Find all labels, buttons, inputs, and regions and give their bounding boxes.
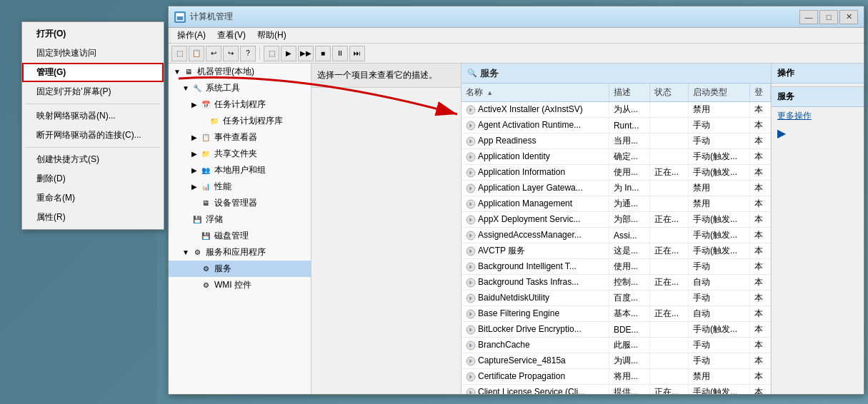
service-table[interactable]: 名称 ▲ 描述 状态 启动类型 登 ActiveX Installer (AxI… [462,84,771,394]
tree-disk-mgmt[interactable]: 💾 磁盘管理 [169,228,311,244]
context-menu-rename[interactable]: 重命名(M) [22,188,164,208]
service-icon [466,261,478,271]
cell-status [650,369,689,385]
table-row[interactable]: App Readiness 当用... 手动 本 [462,133,771,149]
perf-expand: ▶ [190,183,199,191]
table-row[interactable]: AssignedAccessManager... Assi... 手动(触发..… [462,228,771,243]
cell-login: 本 [750,118,771,133]
table-row[interactable]: BitLocker Drive Encryptio... BDE... 手动(触… [462,322,771,338]
table-row[interactable]: BaiduNetdiskUtility 百度... 手动 本 [462,291,771,306]
toolbar-btn-4[interactable]: ↪ [223,46,239,61]
toolbar-btn-2[interactable]: 📋 [189,46,204,61]
col-status[interactable]: 状态 [650,84,689,102]
service-icon [466,355,478,365]
cell-name: App Readiness [462,133,609,149]
tree-shared-folders[interactable]: ▶ 📁 共享文件夹 [169,146,311,162]
table-row[interactable]: AVCTP 服务 这是... 正在... 手动(触发... 本 [462,243,771,259]
cell-desc: 使用... [609,165,649,181]
table-row[interactable]: Application Identity 确定... 手动(触发... 本 [462,149,771,165]
menu-help[interactable]: 帮助(H) [251,28,292,43]
maximize-button[interactable]: □ [819,10,838,24]
table-row[interactable]: Application Layer Gatewa... 为 In... 禁用 本 [462,181,771,196]
toolbar-btn-3[interactable]: ↩ [206,46,221,61]
service-icon [466,308,478,318]
service-icon [466,214,478,224]
table-row[interactable]: Certificate Propagation 将用... 禁用 本 [462,369,771,385]
context-menu-map-drive[interactable]: 映射网络驱动器(N)... [22,106,164,126]
cell-desc: 为 In... [609,181,649,196]
svg-rect-2 [176,14,184,16]
middle-panel: 选择一个项目来查看它的描述。 [311,64,462,394]
table-row[interactable]: Client License Service (Cli... 提供... 正在.… [462,385,771,395]
table-row[interactable]: CaptureService_4815a 为调... 手动 本 [462,353,771,369]
tree-performance[interactable]: ▶ 📊 性能 [169,178,311,195]
table-row[interactable]: Background Intelligent T... 使用... 手动 本 [462,259,771,275]
cell-name: BitLocker Drive Encryptio... [462,322,609,338]
menu-actions[interactable]: 操作(A) [171,28,211,43]
action-more[interactable]: 更多操作 [772,107,864,125]
service-icon [466,183,478,193]
context-menu-create-shortcut[interactable]: 创建快捷方式(S) [22,150,164,169]
tree-services[interactable]: ⚙ 服务 [169,261,311,277]
service-icon [466,387,478,394]
computer-icon: 🖥 [183,66,194,78]
table-row[interactable]: Application Management 为通... 禁用 本 [462,196,771,212]
users-expand: ▶ [190,166,199,175]
table-row[interactable]: Base Filtering Engine 基本... 正在... 自动 本 [462,306,771,322]
cell-status [650,338,689,353]
window-title: 计算机管理 [190,11,799,23]
action-more-arrow[interactable]: ▶ [772,125,864,141]
table-row[interactable]: BranchCache 此服... 手动 本 [462,338,771,353]
cell-status: 正在... [650,275,689,291]
context-menu-pin-start[interactable]: 固定到'开始'屏幕(P) [22,82,164,101]
tree-sys-tools[interactable]: ▼ 🔧 系统工具 [169,80,311,96]
svc-expand [190,265,199,273]
tree-task-scheduler[interactable]: ▶ 📅 任务计划程序 [169,96,311,113]
toolbar-btn-1[interactable]: ⬚ [171,46,187,61]
table-row[interactable]: Background Tasks Infras... 控制... 正在... 自… [462,275,771,291]
left-sidebar: ▼ 🖥 机器管理(本地) ▼ 🔧 系统工具 ▶ 📅 任务计划程序 📁 任务计划程… [169,64,311,394]
cell-status [650,102,689,118]
toolbar-btn-7[interactable]: ▶ [281,46,296,61]
tree-task-lib-label: 任务计划程序库 [223,115,283,127]
table-row[interactable]: Application Information 使用... 正在... 手动(触… [462,165,771,181]
cell-status: 正在... [650,306,689,322]
toolbar-btn-6[interactable]: ⬚ [264,46,279,61]
context-menu-pin-taskbar[interactable]: 固定到快速访问 [22,44,164,63]
minimize-button[interactable]: — [799,10,818,24]
toolbar-btn-11[interactable]: ⏭ [349,46,365,61]
tree-device-label: 设备管理器 [214,197,257,209]
tree-wmi-label: WMI 控件 [214,279,251,291]
context-menu-open[interactable]: 打开(O) [22,24,164,44]
tree-device-manager[interactable]: 🖥 设备管理器 [169,195,311,211]
tree-services-apps[interactable]: ▼ ⚙ 服务和应用程序 [169,244,311,261]
toolbar-btn-9[interactable]: ■ [315,46,331,61]
main-window: 计算机管理 — □ ✕ 操作(A) 查看(V) 帮助(H) ⬚ 📋 ↩ ↪ ? … [168,6,864,395]
toolbar-btn-8[interactable]: ▶▶ [298,46,314,61]
tree-svc-apps-label: 服务和应用程序 [206,246,266,258]
tree-floats[interactable]: 💾 浮储 [169,211,311,228]
cell-name: Agent Activation Runtime... [462,118,609,133]
tree-task-library[interactable]: 📁 任务计划程序库 [169,113,311,129]
tree-event-viewer[interactable]: ▶ 📋 事件查看器 [169,129,311,146]
close-button[interactable]: ✕ [839,10,858,24]
tree-root[interactable]: ▼ 🖥 机器管理(本地) [169,64,311,80]
table-row[interactable]: Agent Activation Runtime... Runt... 手动 本 [462,118,771,133]
table-row[interactable]: AppX Deployment Servic... 为部... 正在... 手动… [462,212,771,228]
toolbar-btn-10[interactable]: ⏸ [332,46,348,61]
col-desc[interactable]: 描述 [609,84,649,102]
col-startup[interactable]: 启动类型 [689,84,750,102]
toolbar-btn-5[interactable]: ? [240,46,256,61]
context-menu-properties[interactable]: 属性(R) [22,208,164,227]
context-menu-manage[interactable]: 管理(G) [22,63,164,82]
table-row[interactable]: ActiveX Installer (AxInstSV) 为从... 禁用 本 [462,102,771,118]
tree-local-users[interactable]: ▶ 👥 本地用户和组 [169,162,311,178]
cell-login: 本 [750,338,771,353]
menu-view[interactable]: 查看(V) [211,28,251,43]
tree-wmi[interactable]: ⚙ WMI 控件 [169,277,311,293]
context-menu-delete[interactable]: 删除(D) [22,169,164,188]
context-menu-disconnect[interactable]: 断开网络驱动器的连接(C)... [22,126,164,145]
col-name[interactable]: 名称 ▲ [462,84,609,102]
col-login[interactable]: 登 [750,84,771,102]
cell-name: Base Filtering Engine [462,306,609,322]
